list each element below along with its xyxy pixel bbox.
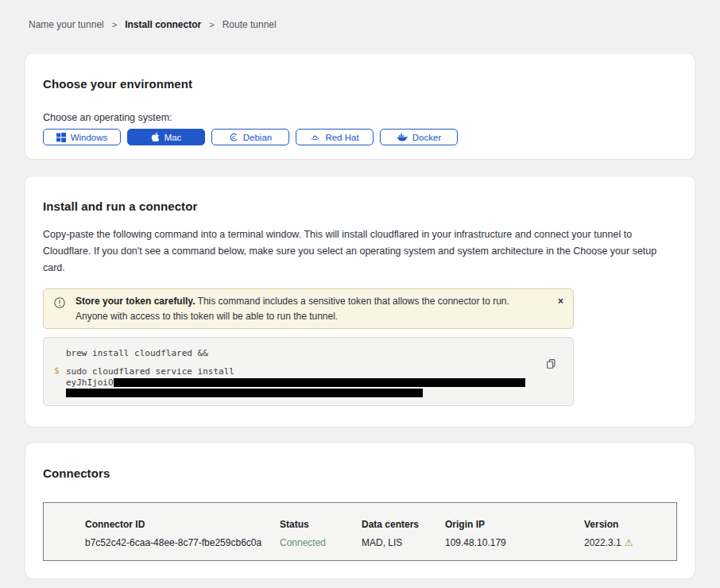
environment-card-title: Choose your environment (43, 77, 677, 91)
connector-data-centers-value: MAD, LIS (362, 537, 445, 548)
breadcrumb-install-connector[interactable]: Install connector (125, 19, 201, 30)
os-button-group: Windows Mac Debian (43, 129, 677, 145)
token-warning-banner: Store your token carefully. This command… (43, 288, 574, 329)
install-description: Copy-paste the following command into a … (43, 226, 677, 277)
connector-row: b7c52c42-6caa-48ee-8c77-fbe259cb6c0a Con… (85, 537, 668, 548)
version-warning-icon[interactable]: ⚠ (625, 537, 633, 548)
token-redaction-bar (114, 378, 525, 387)
environment-card: Choose your environment Choose an operat… (25, 54, 695, 159)
close-icon[interactable]: × (558, 296, 563, 306)
connectors-table: Connector ID Status Data centers Origin … (43, 502, 677, 561)
redhat-icon (310, 132, 320, 142)
version-text: 2022.3.1 (584, 537, 621, 548)
os-button-mac[interactable]: Mac (127, 129, 205, 145)
alert-circle-icon (54, 297, 65, 313)
connector-version-value: 2022.3.1 ⚠ (584, 537, 668, 548)
docker-icon (397, 133, 408, 142)
breadcrumb: Name your tunnel > Install connector > R… (25, 0, 695, 30)
os-button-docker[interactable]: Docker (380, 129, 458, 145)
install-card: Install and run a connector Copy-paste t… (25, 176, 695, 427)
breadcrumb-separator: > (209, 20, 214, 29)
shell-prompt: $ (54, 366, 60, 376)
windows-icon (56, 133, 66, 142)
col-version: Version (584, 519, 668, 530)
col-connector-id: Connector ID (85, 519, 280, 530)
os-select-label: Choose an operating system: (43, 112, 677, 123)
tunnel-setup-page: Name your tunnel > Install connector > R… (0, 0, 720, 588)
os-button-label: Docker (412, 133, 441, 142)
copy-icon[interactable] (547, 359, 555, 371)
connector-origin-ip-value: 109.48.10.179 (445, 537, 584, 548)
connectors-table-header: Connector ID Status Data centers Origin … (85, 519, 668, 530)
apple-icon (151, 132, 160, 142)
connector-id-value: b7c52c42-6caa-48ee-8c77-fbe259cb6c0a (85, 537, 280, 548)
os-button-label: Windows (71, 133, 108, 142)
os-button-label: Debian (243, 133, 272, 142)
debian-icon (229, 133, 238, 142)
breadcrumb-name-your-tunnel[interactable]: Name your tunnel (29, 19, 104, 30)
code-line-sudo: sudo cloudflared service install (66, 366, 525, 377)
connector-status-value: Connected (280, 537, 362, 548)
col-status: Status (280, 519, 362, 530)
os-button-windows[interactable]: Windows (43, 129, 121, 145)
install-card-title: Install and run a connector (43, 199, 677, 213)
col-data-centers: Data centers (362, 519, 445, 530)
token-warning-text: Store your token carefully. This command… (75, 296, 509, 322)
os-button-label: Red Hat (325, 133, 358, 142)
os-button-redhat[interactable]: Red Hat (296, 129, 374, 145)
install-command-codeblock[interactable]: brew install cloudflared && $ sudo cloud… (43, 337, 574, 406)
token-redaction-bar (66, 389, 423, 397)
token-prefix: eyJhIjoiO (66, 377, 114, 388)
token-warning-title: Store your token carefully. (75, 296, 195, 307)
col-origin-ip: Origin IP (445, 519, 584, 530)
connectors-card-title: Connectors (43, 466, 677, 480)
connectors-card: Connectors Connector ID Status Data cent… (25, 443, 695, 578)
breadcrumb-separator: > (112, 20, 117, 29)
code-line-token: eyJhIjoiO (66, 377, 525, 388)
breadcrumb-route-tunnel[interactable]: Route tunnel (223, 19, 277, 30)
os-button-label: Mac (165, 133, 182, 142)
os-button-debian[interactable]: Debian (211, 129, 289, 145)
code-line-brew: brew install cloudflared && (66, 348, 525, 358)
